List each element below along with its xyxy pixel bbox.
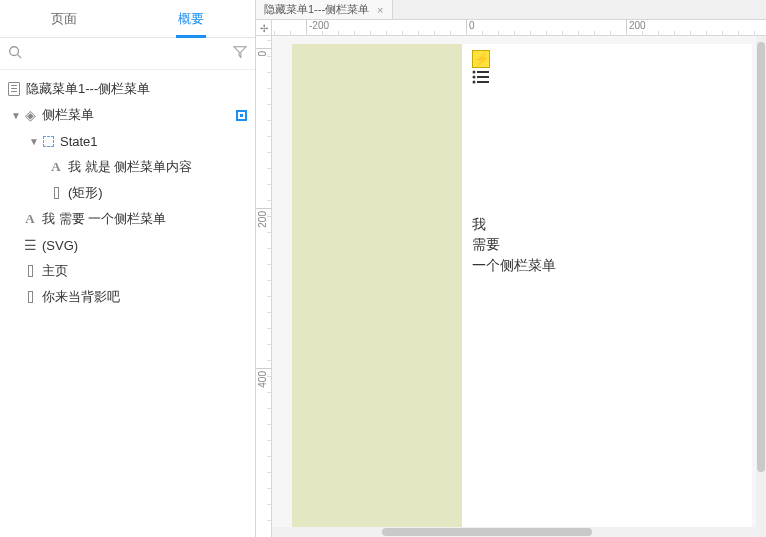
scrollbar-thumb[interactable] <box>382 528 592 536</box>
scrollbar-vertical[interactable] <box>756 36 766 527</box>
rect-icon <box>48 187 64 199</box>
tree-group-label: 侧栏菜单 <box>38 106 94 124</box>
list-icon: ☰ <box>22 238 38 252</box>
tree-rect-child-label: (矩形) <box>64 184 103 202</box>
document-tab[interactable]: 隐藏菜单1---侧栏菜单 × <box>256 0 393 19</box>
tree-need-text-label: 我 需要 一个侧栏菜单 <box>38 210 166 228</box>
page-icon <box>6 82 22 96</box>
scrollbar-thumb[interactable] <box>757 42 765 472</box>
chevron-down-icon[interactable]: ▼ <box>10 110 22 121</box>
tree-svg-label: (SVG) <box>38 238 78 253</box>
canvas-text-line: 一个侧栏菜单 <box>472 257 556 273</box>
svg-widget[interactable]: ⚡ <box>472 50 490 86</box>
svg-rect-4 <box>477 71 489 73</box>
svg-point-3 <box>473 71 476 74</box>
state-icon <box>40 136 56 147</box>
tree-need-text[interactable]: A 我 需要 一个侧栏菜单 <box>0 206 255 232</box>
tree-bg[interactable]: 你来当背影吧 <box>0 284 255 310</box>
tree-text-child[interactable]: A 我 就是 侧栏菜单内容 <box>0 154 255 180</box>
svg-rect-8 <box>477 81 489 83</box>
document-tabs: 隐藏菜单1---侧栏菜单 × <box>256 0 766 20</box>
close-icon[interactable]: × <box>377 4 383 16</box>
editor-area: 隐藏菜单1---侧栏菜单 × ✢ -200 0 200 0 200 400 ⚡ <box>256 0 766 537</box>
svg-point-7 <box>473 81 476 84</box>
ruler-h-tick: 0 <box>466 20 475 36</box>
tree-state[interactable]: ▼ State1 <box>0 128 255 154</box>
svg-rect-6 <box>477 76 489 78</box>
ruler-v-tick: 0 <box>256 48 272 49</box>
tree-home[interactable]: 主页 <box>0 258 255 284</box>
tree-root[interactable]: 隐藏菜单1---侧栏菜单 <box>0 76 255 102</box>
tab-outline[interactable]: 概要 <box>128 0 256 37</box>
layers-icon: ◈ <box>22 108 38 122</box>
selection-marker-icon <box>236 110 247 121</box>
chevron-down-icon[interactable]: ▼ <box>28 136 40 147</box>
background-shape[interactable] <box>292 44 462 537</box>
ruler-v-tick: 400 <box>256 368 272 369</box>
ruler-h-tick: -200 <box>306 20 329 36</box>
svg-point-0 <box>10 47 19 56</box>
text-icon: A <box>48 159 64 175</box>
left-panel: 页面 概要 隐藏菜单1---侧栏菜单 ▼ ◈ 侧栏菜单 ▼ State1 A 我 <box>0 0 256 537</box>
canvas[interactable]: ⚡ 我 需要 一个侧栏菜单 <box>292 44 752 537</box>
list-icon <box>472 70 490 86</box>
filter-icon[interactable] <box>231 45 247 62</box>
ruler-corner-icon[interactable]: ✢ <box>256 20 272 36</box>
svg-point-5 <box>473 76 476 79</box>
ruler-horizontal[interactable]: ✢ -200 0 200 <box>256 20 766 36</box>
scrollbar-horizontal[interactable] <box>272 527 766 537</box>
tree-group[interactable]: ▼ ◈ 侧栏菜单 <box>0 102 255 128</box>
canvas-text-widget[interactable]: 我 需要 一个侧栏菜单 <box>472 214 556 275</box>
workspace: 0 200 400 ⚡ 我 需要 一个侧栏菜单 <box>256 36 766 537</box>
tree-root-label: 隐藏菜单1---侧栏菜单 <box>22 80 150 98</box>
svg-marker-2 <box>234 47 246 58</box>
bolt-icon: ⚡ <box>472 50 490 68</box>
ruler-v-tick: 200 <box>256 208 272 209</box>
text-icon: A <box>22 211 38 227</box>
tree-state-label: State1 <box>56 134 98 149</box>
tree-home-label: 主页 <box>38 262 68 280</box>
rect-icon <box>22 265 38 277</box>
search-row <box>0 38 255 70</box>
canvas-text-line: 我 <box>472 216 486 232</box>
canvas-viewport[interactable]: ⚡ 我 需要 一个侧栏菜单 <box>272 36 766 537</box>
panel-tabs: 页面 概要 <box>0 0 255 38</box>
tree-bg-label: 你来当背影吧 <box>38 288 120 306</box>
tab-pages[interactable]: 页面 <box>0 0 128 37</box>
search-icon <box>8 45 24 62</box>
document-tab-title: 隐藏菜单1---侧栏菜单 <box>264 2 369 17</box>
outline-tree: 隐藏菜单1---侧栏菜单 ▼ ◈ 侧栏菜单 ▼ State1 A 我 就是 侧栏… <box>0 70 255 537</box>
ruler-vertical[interactable]: 0 200 400 <box>256 36 272 537</box>
tree-text-child-label: 我 就是 侧栏菜单内容 <box>64 158 192 176</box>
svg-line-1 <box>18 55 22 59</box>
canvas-text-line: 需要 <box>472 236 500 252</box>
tree-svg[interactable]: ☰ (SVG) <box>0 232 255 258</box>
tree-rect-child[interactable]: (矩形) <box>0 180 255 206</box>
search-input[interactable] <box>24 46 231 61</box>
rect-icon <box>22 291 38 303</box>
